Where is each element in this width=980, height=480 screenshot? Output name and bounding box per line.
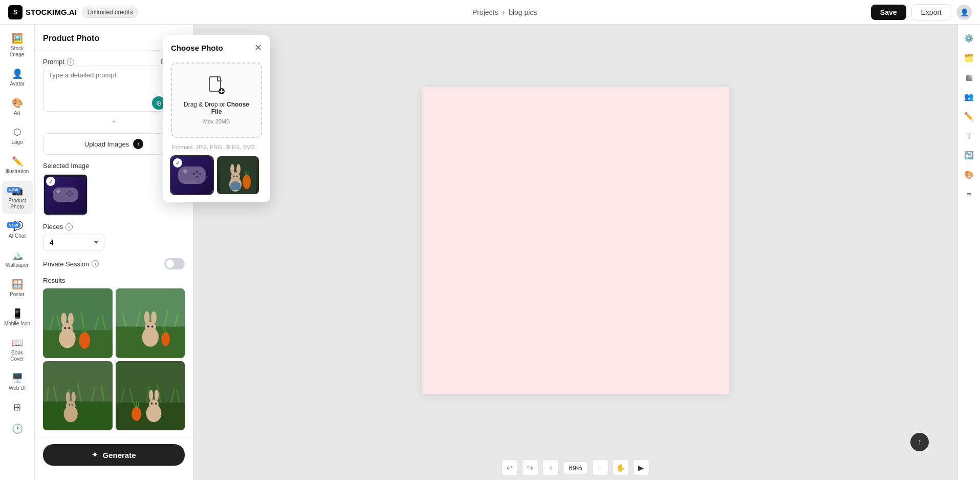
logo-area: S STOCKIMG.AI [8, 5, 77, 19]
sidebar-item-stock-image[interactable]: 🖼️ Stock Image [2, 29, 33, 62]
result-thumb-4[interactable] [116, 361, 185, 431]
sidebar-item-ai-chat[interactable]: 💬 NEW AI Chat [2, 216, 33, 243]
svg-point-88 [236, 164, 241, 174]
svg-point-4 [71, 193, 73, 195]
color-tool-button[interactable]: 🎨 [961, 166, 978, 183]
grid-tool-button[interactable]: ▦ [961, 69, 978, 86]
svg-point-36 [147, 325, 149, 327]
text-tool-button[interactable]: T [961, 127, 978, 144]
book-cover-icon: 📖 [12, 337, 23, 348]
pen-tool-button[interactable]: ✏️ [961, 108, 978, 125]
settings-tool-button[interactable]: ⚙️ [961, 30, 978, 47]
breadcrumb-current: blog pics [509, 8, 537, 16]
redo-button[interactable]: ↪ [522, 460, 538, 476]
sidebar-item-label: AI Chat [9, 233, 26, 239]
pieces-select[interactable]: 4 1 2 3 5 6 [43, 234, 104, 251]
sidebar-item-label: Poster [10, 291, 25, 298]
svg-point-64 [149, 399, 159, 409]
hand-tool-button[interactable]: ✋ [613, 460, 629, 476]
result-thumb-1[interactable] [43, 288, 113, 358]
drop-max-label: Max 20MB [203, 118, 230, 124]
sidebar-item-mobile-icon[interactable]: 📱 Mobile Icon [2, 304, 33, 331]
svg-point-87 [230, 164, 234, 174]
sidebar-item-avatar[interactable]: 👤 Avatar [2, 64, 33, 91]
pieces-section: Pieces i 4 1 2 3 5 6 [43, 223, 185, 251]
main-content: 🖼️ Stock Image 👤 Avatar 🎨 Art ⬡ Logo ✏️ … [0, 25, 980, 480]
sidebar-item-art[interactable]: 🎨 Art [2, 93, 33, 120]
sidebar-item-logo[interactable]: ⬡ Logo [2, 122, 33, 150]
sidebar-item-product-photo[interactable]: 📷 NEW Product Photo [2, 181, 33, 214]
cursor-tool-button[interactable]: ▶ [633, 460, 649, 476]
group-tool-button[interactable]: 👥 [961, 88, 978, 106]
sidebar-item-poster[interactable]: 🪟 Poster [2, 275, 33, 302]
sidebar-item-web-ui[interactable]: 🖥️ Web UI [2, 368, 33, 395]
svg-point-81 [199, 173, 202, 176]
private-session-info-icon[interactable]: i [92, 260, 99, 267]
private-session-label-row: Private Session i [43, 260, 99, 268]
rotate-tool-button[interactable]: ↩️ [961, 147, 978, 164]
sidebar-item-label: Logo [11, 139, 23, 145]
breadcrumb-separator: › [502, 8, 505, 16]
sidebar-item-history[interactable]: 🕐 [2, 419, 33, 439]
grid-icon: ⊞ [13, 402, 21, 413]
pieces-info-icon[interactable]: i [66, 223, 73, 231]
prompt-info-icon[interactable]: i [67, 58, 74, 66]
generate-bar: ✦ Generate [35, 437, 193, 472]
generate-label: Generate [102, 451, 136, 460]
result-thumb-2[interactable] [116, 288, 185, 358]
svg-point-83 [196, 176, 199, 178]
pieces-label: Pieces [43, 223, 63, 231]
svg-point-68 [155, 402, 157, 404]
zoom-out-button[interactable]: − [592, 460, 608, 476]
new-badge: NEW [7, 222, 20, 228]
choose-photo-modal: Choose Photo ✕ Drag & Drop or Choose Fil… [163, 35, 270, 202]
svg-point-54 [72, 404, 73, 406]
modal-thumb-controller[interactable]: ✓ [171, 156, 213, 194]
svg-rect-79 [184, 169, 186, 174]
result-thumb-3[interactable] [43, 361, 113, 431]
modal-close-button[interactable]: ✕ [254, 42, 262, 53]
logo-text: STOCKIMG.AI [26, 8, 77, 16]
drop-zone[interactable]: Drag & Drop or Choose File Max 20MB [171, 62, 262, 138]
breadcrumb-projects[interactable]: Projects [472, 8, 498, 16]
selected-check-icon: ✓ [173, 158, 182, 168]
svg-point-17 [61, 312, 67, 325]
avatar-icon: 👤 [12, 68, 23, 79]
svg-point-66 [154, 389, 158, 401]
zoom-level[interactable]: 69% [563, 462, 587, 474]
layers-tool-button[interactable]: 🗂️ [961, 49, 978, 67]
generate-button[interactable]: ✦ Generate [43, 444, 185, 466]
canvas-page[interactable] [422, 87, 729, 394]
sidebar-item-grid[interactable]: ⊞ [2, 398, 33, 417]
topbar-right: Save Export 👤 [871, 4, 972, 20]
sidebar-item-wallpaper[interactable]: 🏔️ Wallpaper [2, 245, 33, 273]
right-toolbar: ⚙️ 🗂️ ▦ 👥 ✏️ T ↩️ 🎨 ≡ [957, 25, 980, 480]
results-label: Results [43, 277, 185, 284]
prompt-label: Prompt [43, 58, 64, 66]
svg-rect-77 [178, 166, 206, 184]
scroll-top-button[interactable]: ↑ [910, 433, 929, 451]
private-session-toggle[interactable] [164, 258, 185, 269]
prompt-label-row: Prompt i [43, 58, 74, 66]
check-badge: ✓ [46, 177, 55, 186]
svg-point-69 [132, 407, 141, 421]
menu-tool-button[interactable]: ≡ [961, 185, 978, 203]
export-button[interactable]: Export [911, 4, 951, 20]
results-grid [43, 288, 185, 430]
sidebar-item-book-cover[interactable]: 📖 Book Cover [2, 333, 33, 366]
svg-point-51 [66, 391, 70, 403]
illustration-icon: ✏️ [12, 156, 23, 167]
modal-thumb-bunny[interactable] [217, 156, 259, 194]
save-button[interactable]: Save [871, 5, 906, 20]
sidebar-item-label: Book Cover [4, 350, 31, 362]
sidebar-item-illustration[interactable]: ✏️ Illustration [2, 152, 33, 179]
zoom-in-button[interactable]: + [542, 460, 559, 476]
undo-button[interactable]: ↩ [502, 460, 518, 476]
panel-title: Product Photo [43, 34, 99, 43]
topbar-left: S STOCKIMG.AI Unlimited credits [8, 5, 138, 19]
upload-file-icon [208, 76, 225, 98]
selected-image-thumb[interactable]: ✓ [43, 174, 88, 216]
canvas-center [193, 25, 957, 455]
user-avatar[interactable]: 👤 [956, 5, 972, 20]
topbar: S STOCKIMG.AI Unlimited credits Projects… [0, 0, 980, 25]
